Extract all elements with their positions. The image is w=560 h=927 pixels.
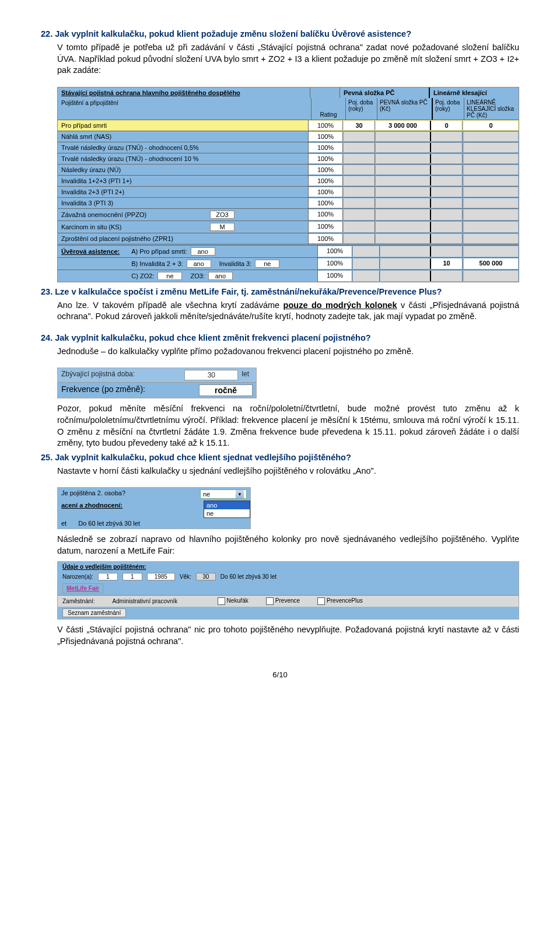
q23-body: Ano lze. V takovém případě ale všechna k… <box>57 300 519 323</box>
cell-l2[interactable]: 0 <box>464 121 518 130</box>
row-name: Karcinom in situ (KS) <box>61 223 121 230</box>
chk-nekurak[interactable] <box>218 597 225 605</box>
cell-p1[interactable]: 30 <box>344 121 375 130</box>
q22-title: 22. Jak vyplnit kalkulačku, pokud klient… <box>41 29 519 39</box>
cell-p1 <box>344 198 375 208</box>
dd-label: Je pojištěna 2. osoba? <box>61 489 200 499</box>
tbl-sub-p1: Poj. doba (roky) <box>346 98 377 120</box>
q25-p1: Nastavte v horní části kalkulačky u sjed… <box>57 466 519 477</box>
tbl-sub-main: Pojištění a připojištění <box>58 98 312 120</box>
cell-l2 <box>464 209 518 220</box>
cell-l2 <box>464 154 518 163</box>
cell-l1 <box>431 132 463 141</box>
cell-p2 <box>376 187 431 197</box>
det-narozen-label: Narozen(a): <box>62 573 93 580</box>
ua-b2-value[interactable]: ne <box>255 260 279 268</box>
det-month[interactable]: 1 <box>123 573 142 580</box>
table-row: Zproštění od placení pojistného (ZPR1)10… <box>58 233 519 244</box>
dd-opt-ne[interactable]: ne <box>204 509 250 517</box>
dd-select[interactable]: ne▼ <box>200 489 247 499</box>
table-row: Náhlá smrt (NAS)100% <box>58 131 519 142</box>
cell-l1 <box>431 154 463 163</box>
table-row: Následky úrazu (NÚ)100% <box>58 164 519 175</box>
cell-p1 <box>344 222 375 232</box>
cell-p2 <box>376 154 431 163</box>
cell-l2 <box>464 165 518 174</box>
cell-l1 <box>431 176 463 186</box>
det-zam-label: Zaměstnání: <box>62 598 95 604</box>
det-zam-value[interactable]: Administrativní pracovník <box>113 598 200 604</box>
cell-p2 <box>376 165 431 174</box>
row-name: Invalidita 1+2+3 (PTI 1+) <box>61 177 132 184</box>
freq-row0-label: Zbývající pojistná doba: <box>61 370 184 380</box>
ua-a-label: A) Pro případ smrti: <box>131 248 187 255</box>
tbl-sub-l1: Poj. doba (roky) <box>433 98 464 120</box>
cell-l2 <box>464 187 518 197</box>
ua-c-value[interactable]: ne <box>158 272 182 280</box>
cell-l2 <box>464 222 518 232</box>
cell-l1[interactable]: 0 <box>431 121 463 130</box>
row-inset[interactable]: ZO3 <box>210 211 235 219</box>
cell-l1 <box>431 209 463 220</box>
frequency-screenshot: Zbývající pojistná doba: 30 let Frekvenc… <box>57 368 257 398</box>
q24-p2: Pozor, pokud měníte měsíční frekvenci na… <box>57 403 519 449</box>
freq-value[interactable]: ročně <box>199 384 253 396</box>
cell-p1 <box>344 154 375 163</box>
ua-c-label: C) ZO2: <box>131 272 154 279</box>
table-row: Invalidita 1+2+3 (PTI 1+)100% <box>58 175 519 186</box>
row-name: Invalidita 2+3 (PTI 2+) <box>61 188 124 195</box>
det-vek: 30 <box>196 573 216 580</box>
row-name: Následky úrazu (NÚ) <box>61 166 121 173</box>
ua-b-l2[interactable]: 500 000 <box>464 258 518 269</box>
freq-row1-label: Frekvence (po změně): <box>61 384 199 396</box>
row-name: Závažná onemocnění (PPZO) <box>61 211 146 218</box>
cell-l1 <box>431 198 463 208</box>
tbl-sub-p2: PEVNÁ složka PČ (Kč) <box>377 98 433 120</box>
chk-prevence[interactable] <box>266 597 274 605</box>
cell-p1 <box>344 209 375 220</box>
cell-p1 <box>344 187 375 197</box>
metlife-fair-label: MetLife Fair <box>62 583 103 593</box>
cell-p2 <box>376 234 431 243</box>
ua-c2-value[interactable]: ano <box>208 272 233 280</box>
row-name: Náhlá smrt (NAS) <box>61 133 111 140</box>
det-year[interactable]: 1985 <box>147 573 175 580</box>
cell-p1 <box>344 234 375 243</box>
cell-p2 <box>376 143 431 152</box>
q25-p2: Následně se zobrazí napravo od hlavního … <box>57 534 519 557</box>
cell-l1 <box>431 143 463 152</box>
dd-under: acení a zhodnocení: <box>58 501 204 518</box>
ua-b-value[interactable]: ano <box>187 260 211 268</box>
row-inset[interactable]: M <box>210 223 235 231</box>
dd-options[interactable]: ano ne <box>204 501 250 518</box>
cell-p2 <box>376 198 431 208</box>
ua-a-value[interactable]: ano <box>191 247 215 256</box>
q22-body: V tomto případě je potřeba už při zadává… <box>57 42 519 76</box>
chk-prevenceplus[interactable] <box>317 597 325 605</box>
tbl-hdr-pevna: Pevná složka PČ <box>340 88 430 98</box>
tbl-sub-rating: Rating <box>312 98 346 120</box>
ua-b-l1[interactable]: 10 <box>431 258 463 269</box>
cell-p2 <box>376 132 431 141</box>
table-row: Pro případ smrti100%303 000 00000 <box>58 120 519 131</box>
dd-opt-ano[interactable]: ano <box>204 501 250 509</box>
cell-p1 <box>344 132 375 141</box>
det-header: Údaje o vedlejším pojištěném: <box>58 562 519 572</box>
q24-p1: Jednoduše – do kalkulačky vyplňte přímo … <box>57 346 519 358</box>
q24-title: 24. Jak vyplnit kalkulačku, pokud chce k… <box>41 333 519 342</box>
table-row: Invalidita 2+3 (PTI 2+)100% <box>58 186 519 197</box>
cell-p1 <box>344 165 375 174</box>
cell-p2 <box>376 176 431 186</box>
seznam-zamestnani-button[interactable]: Seznam zaměstnání <box>62 608 126 617</box>
cell-l2 <box>464 198 518 208</box>
det-day[interactable]: 1 <box>98 573 118 580</box>
ua-b-label: B) Invalidita 2 + 3: <box>131 260 183 267</box>
ua-label: Úvěrová asistence: <box>61 248 120 255</box>
det-vek-label: Věk: <box>180 573 191 580</box>
table-row: Karcinom in situ (KS)M100% <box>58 221 519 233</box>
cell-p2[interactable]: 3 000 000 <box>376 121 431 130</box>
cell-p2 <box>376 222 431 232</box>
cell-l2 <box>464 143 518 152</box>
cell-l2 <box>464 234 518 243</box>
cell-l1 <box>431 222 463 232</box>
